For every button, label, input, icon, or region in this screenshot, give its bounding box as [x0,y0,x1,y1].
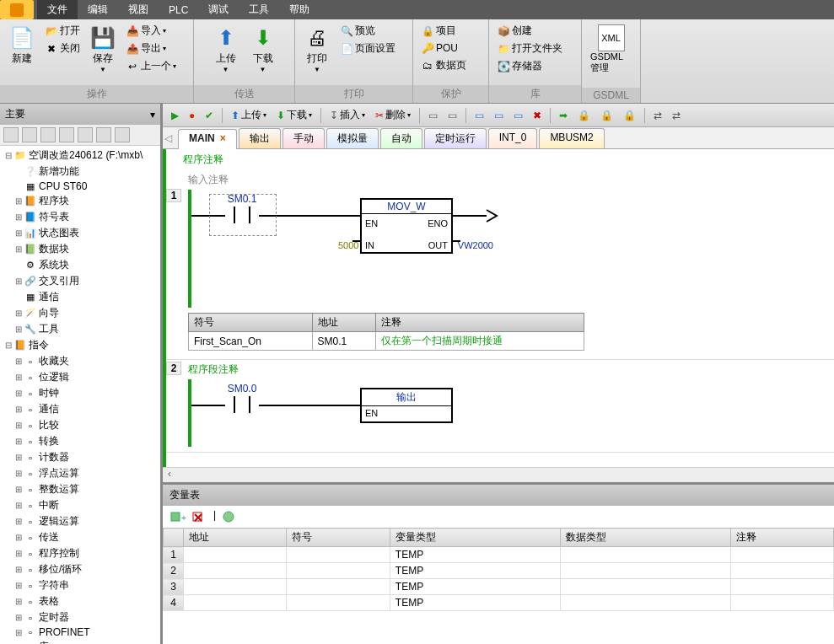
toolbar-button[interactable]: ↧插入▾ [326,107,369,124]
var-cell[interactable]: TEMP [390,547,560,563]
pagesetup-button[interactable]: 📄页面设置 [337,40,398,56]
toolbar-button[interactable]: ⇄ [669,107,684,124]
tree-instr-item[interactable]: ⊞▫中断 [3,497,157,513]
tab-nav-left[interactable]: ◁ [164,132,176,144]
tree-item[interactable]: ❔新增功能 [3,164,157,180]
tree-instr-item[interactable]: ⊞▫收藏夹 [3,353,157,369]
toolbar-button[interactable]: ⬇下载▾ [273,107,315,124]
toolbar-button[interactable]: ▭ [425,107,441,124]
fbox-output[interactable]: 输出 EN [360,388,453,423]
toolbar-button[interactable]: 🔒 [620,107,639,124]
tab-手动[interactable]: 手动 [282,128,325,148]
var-cell[interactable] [560,547,730,563]
gsdml-button[interactable]: XMLGSDML管理 [587,23,635,76]
tree-instr-item[interactable]: ⊞▫PROFINET [3,625,157,639]
variable-grid[interactable]: 地址符号变量类型数据类型注释 1TEMP2TEMP3TEMP4TEMP [163,528,834,644]
tree-instr-item[interactable]: ⊞▫表格 [3,593,157,609]
toolbar-button[interactable]: ▭ [471,107,487,124]
var-cell[interactable]: TEMP [390,595,560,611]
var-row[interactable]: 1TEMP [164,547,834,563]
memory-button[interactable]: 💽存储器 [494,58,565,74]
var-misc-button[interactable] [221,509,238,524]
tree-item[interactable]: ⊞📘符号表 [3,209,157,225]
var-cell[interactable]: 4 [164,595,184,611]
toolbar-button[interactable]: ➡ [556,107,571,124]
symbol-row[interactable]: First_Scan_OnSM0.1仅在第一个扫描周期时接通 [189,332,584,351]
tree-project-root[interactable]: ⊟📁空调改造240612 (F:\mxb\ [3,148,157,164]
tree-instr-item[interactable]: ⊞▫通信 [3,401,157,417]
import-button[interactable]: 📥导入▾ [123,23,179,39]
ladder-1[interactable]: SM0.1 MOV_W EN ENO IN OUT 5000 VW20 [188,190,834,308]
project-button[interactable]: 🔒项目 [418,23,469,39]
menu-view[interactable]: 视图 [118,0,159,19]
toolbar-button[interactable]: ⬆上传▾ [228,107,270,124]
tree-btn-6[interactable] [96,127,111,142]
toolbar-button[interactable]: ● [186,107,198,124]
var-cell[interactable] [730,595,833,611]
horizontal-scrollbar[interactable] [163,467,834,482]
tree-instr-item[interactable]: ⊞▫浮点运算 [3,465,157,481]
var-cell[interactable]: TEMP [390,563,560,579]
tree-instr-root[interactable]: ⊟📙指令 [3,337,157,353]
tree-instr-item[interactable]: ⊞▫计数器 [3,449,157,465]
var-add-button[interactable]: + [169,509,186,524]
print-button[interactable]: 🖨打印▼ [300,23,334,75]
tree-instr-item[interactable]: ⊞▫时钟 [3,385,157,401]
upload-button[interactable]: ⬆上传▼ [209,23,243,75]
var-cell[interactable] [184,563,287,579]
var-cell[interactable] [184,595,287,611]
tree-btn-5[interactable] [78,127,93,142]
toolbar-button[interactable]: ▭ [444,107,460,124]
open-button[interactable]: 📂打开 [42,23,83,39]
input-comment[interactable]: 输入注释 [166,170,834,190]
menu-plc[interactable]: PLC [159,0,198,19]
var-cell[interactable] [730,563,833,579]
contact-sm00[interactable]: SM0.0 [225,396,259,413]
tree-instr-item[interactable]: ⊞▫定时器 [3,609,157,625]
var-row[interactable]: 2TEMP [164,563,834,579]
menu-debug[interactable]: 调试 [198,0,239,19]
close-button[interactable]: ✖关闭 [42,40,83,56]
toolbar-button[interactable]: 🔒 [597,107,616,124]
toolbar-button[interactable]: ✔ [202,107,217,124]
fbox-movw[interactable]: MOV_W EN ENO IN OUT 5000 VW2000 [360,198,453,254]
var-cell[interactable]: 1 [164,547,184,563]
var-cell[interactable] [730,547,833,563]
tab-close-icon[interactable]: × [220,132,226,144]
var-cell[interactable] [287,579,390,595]
tree-instr-item[interactable]: ⊞▫移位/循环 [3,561,157,577]
var-row[interactable]: 4TEMP [164,595,834,611]
toolbar-button[interactable]: ✖ [530,107,545,124]
tab-int_0[interactable]: INT_0 [488,128,538,148]
tree-item[interactable]: ⊞📙程序块 [3,193,157,209]
toolbar-button[interactable]: ▶ [168,107,182,124]
tree-item[interactable]: ⊞🪄向导 [3,305,157,321]
prev-button[interactable]: ↩上一个▾ [123,58,179,74]
var-cell[interactable] [730,579,833,595]
var-cell[interactable]: TEMP [390,579,560,595]
tab-自动[interactable]: 自动 [380,128,422,148]
var-cell[interactable] [184,547,287,563]
tree-item[interactable]: ⚙系统块 [3,257,157,273]
tab-mbusm2[interactable]: MBUSM2 [539,128,604,148]
tree-instr-item[interactable]: ⊞▫逻辑运算 [3,513,157,529]
tree-btn-3[interactable] [40,127,56,142]
tree-item[interactable]: ⊞📗数据块 [3,241,157,257]
var-cell[interactable] [287,595,390,611]
toolbar-button[interactable]: ⇄ [650,107,665,124]
menu-help[interactable]: 帮助 [279,0,320,19]
pane-dropdown-icon[interactable]: ▾ [150,109,155,121]
tab-定时运行[interactable]: 定时运行 [424,128,487,148]
tree-item[interactable]: ⊞📊状态图表 [3,225,157,241]
var-cell[interactable]: 3 [164,579,184,595]
pou-button[interactable]: 🔑POU [418,40,469,56]
tree-instr-item[interactable]: ⊞▫整数运算 [3,481,157,497]
toolbar-button[interactable]: ▭ [510,107,526,124]
tree-instr-item[interactable]: ⊞▫比较 [3,417,157,433]
tree-item[interactable]: ▦通信 [3,289,157,305]
toolbar-button[interactable]: ▭ [491,107,507,124]
tree-instr-item[interactable]: ⊞▫传送 [3,529,157,545]
toolbar-button[interactable]: ✂删除▾ [372,107,414,124]
create-button[interactable]: 📦创建 [494,23,565,39]
tab-main[interactable]: MAIN× [178,129,237,149]
